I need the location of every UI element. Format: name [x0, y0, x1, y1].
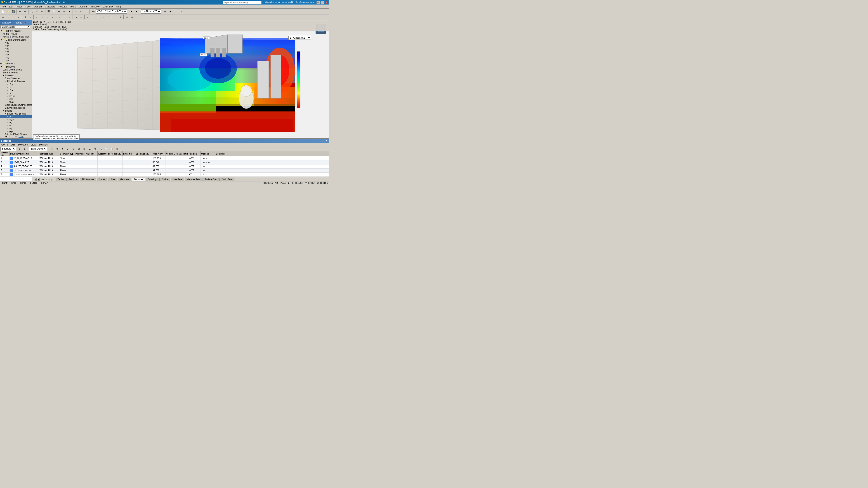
tb2-17[interactable]: Y [90, 15, 95, 20]
nav-phiz[interactable]: ○φz [0, 59, 32, 62]
maximize-button[interactable]: □ [320, 1, 324, 4]
static-analysis-combo[interactable]: Static Analysis [0, 25, 30, 29]
nav-sigmap[interactable]: ○σ+ [0, 86, 32, 89]
nav-sigmam[interactable]: ○σ- [0, 92, 32, 95]
menu-cad-bim[interactable]: CAD-BIM [101, 5, 114, 8]
nav-internal-forces[interactable]: Internal Forces [0, 71, 32, 74]
tb-snap2[interactable]: ◀ [134, 9, 139, 14]
tb-render2[interactable]: ◼ [168, 9, 173, 14]
tb2-5[interactable]: ∇ [23, 15, 28, 20]
menu-file[interactable]: File [0, 5, 7, 8]
tab-surfaces[interactable]: Surfaces [132, 177, 145, 181]
nav-phix[interactable]: ○φx [0, 53, 32, 56]
tb2-11[interactable]: ↖ [57, 15, 61, 20]
menu-results[interactable]: Results [57, 5, 68, 8]
surf-tb-10[interactable]: 📊 [103, 147, 108, 151]
tab-solid-sets[interactable]: Solid Sets [220, 177, 235, 181]
next-page-button[interactable]: ▶ [48, 178, 51, 181]
status-btn-bgrid[interactable]: BGRID [19, 182, 28, 184]
tb-render4[interactable]: ⬡ [178, 9, 183, 14]
tb2-7[interactable]: ← [34, 15, 39, 20]
tb2-21[interactable]: ⊞ [124, 15, 129, 20]
nav-equiv-stresses[interactable]: Equivalent Stresses [0, 106, 32, 109]
tb2-20[interactable]: ✗ [118, 15, 123, 20]
nav-taumax[interactable]: ○τmax [0, 101, 32, 103]
nav-theta1m[interactable]: ○θσ1,m [0, 95, 32, 98]
tb2-2[interactable]: ⊕ [6, 15, 11, 20]
nav-type-of-results[interactable]: ▼ 📁 Type of results [0, 29, 32, 32]
nav-surfaces[interactable]: ▼ 📁 Surfaces [0, 65, 32, 68]
tab-surface-sets[interactable]: Surface Sets [203, 177, 219, 181]
tb2-3[interactable]: ⊙ [11, 15, 16, 20]
nav-phiy[interactable]: ○φy [0, 56, 32, 59]
menu-view[interactable]: View [15, 5, 23, 8]
nav-sigma2p[interactable]: ○σ2,+ [0, 83, 32, 86]
surf-tb-11[interactable]: 📋 [109, 147, 114, 151]
minimize-button[interactable]: — [316, 1, 320, 4]
redo-button[interactable]: ↪ [23, 9, 28, 14]
tb-btn-h[interactable]: L [84, 9, 89, 14]
nav-local-deformations[interactable]: Local Deformations [0, 68, 32, 71]
surf-tb-4[interactable]: ⊟ [71, 147, 76, 151]
tb2-13[interactable]: ↘ [67, 15, 72, 20]
tb-snap1[interactable]: ▶ [129, 9, 134, 14]
tb2-15[interactable]: ⟳ [79, 15, 84, 20]
tab-thicknesses[interactable]: Thicknesses [80, 177, 96, 181]
table-row[interactable]: 3 19-26,36-45,27 Without Thick... Plane … [0, 160, 329, 164]
table-row[interactable]: 7 273,274,388,403-397,470... Without Thi… [0, 173, 329, 177]
surfaces-menu-selection[interactable]: Selection [17, 143, 29, 146]
tb-btn-c[interactable]: ▦ [57, 9, 61, 14]
menu-calculate[interactable]: Calculate [43, 5, 57, 8]
nav-final-results[interactable]: ● Final Results [0, 32, 32, 35]
tb-btn-f[interactable]: S [73, 9, 79, 14]
menu-assign[interactable]: Assign [33, 5, 43, 8]
search-box[interactable]: Type a keyword (Alt+Q) [223, 1, 261, 4]
tb2-16[interactable]: X [85, 15, 90, 20]
tb-render1[interactable]: ▣ [162, 9, 167, 14]
tb-btn-a[interactable]: ⬛ [46, 9, 51, 14]
tab-nodes[interactable]: Nodes [97, 177, 107, 181]
tb2-8[interactable]: → [39, 15, 44, 20]
nav-global-deformations[interactable]: ▼ 📁 Global Deformations [0, 38, 32, 41]
tab-sections[interactable]: Sections [66, 177, 79, 181]
surfaces-menu-view[interactable]: View [30, 143, 37, 146]
tab-member-sets[interactable]: Member Sets [185, 177, 202, 181]
nav-pin-button[interactable]: 📌 [23, 21, 27, 24]
tb2-4[interactable]: ⊗ [16, 15, 21, 20]
tb2-snap-icon[interactable]: ↔ [101, 15, 106, 20]
prev-page-button[interactable]: ◀ [36, 178, 39, 181]
surf-tb-6[interactable]: ⊠ [82, 147, 87, 151]
structure-combo[interactable]: Structure [0, 147, 16, 151]
new-button[interactable]: 📄 [0, 9, 5, 14]
menu-window[interactable]: Window [89, 5, 101, 8]
tb2-19[interactable]: ✓ [113, 15, 118, 20]
status-btn-glines[interactable]: GLINES [29, 182, 39, 184]
surfaces-menu-settings[interactable]: Settings [38, 143, 49, 146]
close-button[interactable]: ✕ [324, 1, 328, 4]
nav-epsilonpm[interactable]: ○ε+,- [0, 121, 32, 124]
save-button[interactable]: 💾 [11, 9, 16, 14]
nav-strains[interactable]: ▼ Strains [0, 109, 32, 112]
tb-render3[interactable]: ◻ [173, 9, 178, 14]
load-case-combo[interactable]: CO2 · LC1 + LC2 + LC3 + LC4 [96, 9, 127, 13]
tb2-22[interactable]: ⊟ [129, 15, 134, 20]
struct-next-button[interactable]: ▶ [22, 147, 27, 151]
nav-uy[interactable]: ○uy [0, 47, 32, 50]
undo-button[interactable]: ↩ [18, 9, 22, 14]
surf-tb-8[interactable]: ⊙ [93, 147, 98, 151]
tb-btn-g[interactable]: C [79, 9, 84, 14]
menu-insert[interactable]: Insert [24, 5, 33, 8]
surfaces-menu-goto[interactable]: Go To [0, 143, 9, 146]
surf-tb-3[interactable]: ✗ [66, 147, 70, 151]
nav-close-button[interactable]: ✕ [27, 21, 31, 24]
surf-tb-filter[interactable]: ▼ [60, 147, 65, 151]
nav-sigma1m[interactable]: ○σ1,- [0, 89, 32, 92]
nav-epsilonyp[interactable]: ○εyy,+ [0, 118, 32, 121]
tab-members[interactable]: Members [118, 177, 131, 181]
last-page-button[interactable]: ▶| [51, 178, 54, 181]
table-row[interactable]: 5 1,2,14,271,270-65,28-31... Without Thi… [0, 168, 329, 173]
nav-thetam[interactable]: ○θσm [0, 98, 32, 101]
panel-maximize-button[interactable]: □ [320, 139, 324, 142]
nav-gammaxym[interactable]: ○γxy- [0, 130, 32, 133]
nav-principal-stresses[interactable]: ▼ Principal Stresses [0, 80, 32, 83]
